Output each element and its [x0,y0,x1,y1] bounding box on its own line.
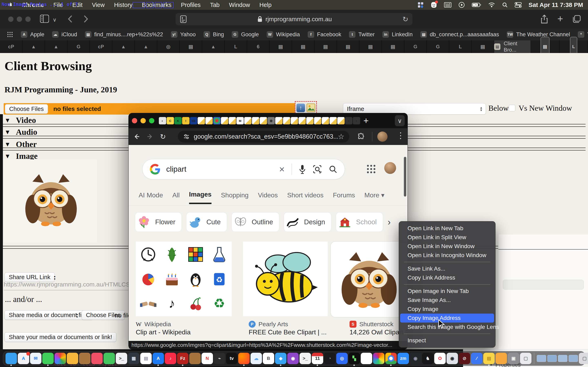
browser-tab[interactable]: cP [90,40,112,53]
browser-tab[interactable]: ▲ [22,40,45,53]
chip-school[interactable]: School [336,212,383,232]
chrome-mini-tab[interactable] [221,117,228,124]
minimized-window-thumb-minimized-window[interactable] [547,355,557,362]
browser-tab[interactable]: G [404,40,427,53]
browser-tab[interactable]: cP [0,40,22,53]
dock-app-icon-draw[interactable]: ∕ [471,353,483,364]
search-icon[interactable] [329,165,337,174]
dock-app-icon-mail[interactable]: ✉ [30,353,42,364]
dock-app-icon-blue-app[interactable]: ◎ [336,353,348,364]
chrome-mini-tab[interactable]: ◗ [353,117,360,124]
tab-search-chevron[interactable]: ∨ [395,115,405,126]
bookmark-item[interactable]: G Google [232,31,259,38]
chrome-mini-tab[interactable]: C [167,117,174,124]
chrome-mini-tab[interactable] [314,117,321,124]
share-icon[interactable] [541,15,548,24]
result-image-owl[interactable] [330,241,407,317]
chip-outline[interactable]: Outline [232,212,279,232]
dock-app-icon-document[interactable]: ▤ [140,353,152,364]
chrome-address-bar[interactable]: google.com/search?sca_esv=5e9bb948607cc7… [178,131,349,142]
chip-flower[interactable]: Flower [135,212,182,232]
browser-tab[interactable]: ▤ [180,40,202,53]
choose-files-button[interactable]: Choose Files [5,104,48,114]
sidebar-chevron-icon[interactable]: ∨ [53,17,57,23]
chrome-mini-tab[interactable] [337,117,345,124]
bookmark-item[interactable]: ▤ db_connect.p...aaasaaafaas [420,31,499,38]
share-submit-button[interactable]: Share your media or documents or link! [4,332,116,342]
new-tab-icon[interactable]: + [363,116,369,126]
dock-app-icon-pages[interactable] [361,353,372,364]
devtools-filter-input[interactable] [503,280,584,290]
chrome-mini-tab[interactable]: K [174,117,182,124]
tab-overview-icon[interactable] [572,15,581,23]
dock-app-icon-chess[interactable]: ♞ [422,353,433,364]
chrome-mini-tab[interactable] [283,117,290,124]
section-audio[interactable]: ▼Audio [4,127,37,137]
context-menu-item[interactable]: Open Image in New Tab [400,287,494,296]
close-button[interactable] [8,17,13,22]
chip-design[interactable]: Design [284,212,331,232]
minimize-button[interactable] [17,17,22,22]
result-source[interactable]: SShutterstock [350,321,393,328]
results-tab[interactable]: AI Mode [139,192,163,203]
dock-app-icon-folder-brown[interactable] [189,353,201,364]
apps-grid-icon[interactable] [366,164,376,174]
dock-app-icon-apple-tv[interactable]: tv [226,353,237,364]
minimized-window-thumb-minimized-window[interactable] [569,355,578,362]
browser-tab[interactable]: ▤ [337,40,359,53]
menu-bar-item[interactable]: Window [229,2,250,8]
trash-icon[interactable]: ▢ [579,353,588,364]
chrome-mini-tab[interactable] [244,117,251,124]
share-media-button[interactable]: Share media or document files [4,310,93,320]
bookmark-item[interactable]: A Apple [21,31,44,38]
context-menu-item[interactable]: Save Image As... [400,296,494,305]
results-tab[interactable]: Images [189,191,212,204]
context-menu-item[interactable]: Open Link in Incognito Window [400,251,494,260]
browser-tab[interactable]: ◎ [157,40,180,53]
kebab-menu-icon[interactable]: ⋮ [397,131,405,140]
dock-app-icon-chrome[interactable] [385,353,397,364]
minimize-button[interactable] [140,118,146,123]
clear-icon[interactable]: × [279,164,285,175]
dock-app-icon-messages[interactable] [42,353,54,364]
browser-tab[interactable]: ▲ [202,40,225,53]
back-icon[interactable] [67,15,73,23]
dock-app-icon-zoom[interactable]: zm [398,353,409,364]
lens-icon[interactable] [313,165,322,174]
browser-tab[interactable]: ▤ [531,40,559,53]
menu-bar-item[interactable]: Help [259,2,272,8]
dock-app-icon-palette[interactable] [373,353,384,364]
browser-tab[interactable]: ▤ [472,40,494,53]
bookmark-item[interactable]: W Wikipedia [267,31,300,38]
back-icon[interactable] [130,133,143,140]
result-image-bee[interactable] [243,242,328,316]
dock-app-icon-firefox[interactable] [238,353,250,364]
share-url-input[interactable]: https://www.rjmprogramming.com.au/HTMLCS… [4,281,130,290]
bookmark-item[interactable]: ☁ iCloud [52,31,77,38]
menu-bar-item[interactable]: History [114,2,132,8]
mic-icon[interactable] [299,165,306,174]
context-menu-item[interactable]: Save Link As... [400,264,494,273]
chrome-mini-tab[interactable]: ◖ [345,117,352,124]
dock-app-icon-news[interactable]: N [201,353,213,364]
zoom-button[interactable] [149,118,154,123]
results-tab[interactable]: Videos [258,192,278,203]
browser-tab[interactable]: 6 [247,40,269,53]
dock-app-icon-blocked[interactable]: ⊘ [459,353,470,364]
bookmark-item[interactable]: in LinkedIn [382,31,413,38]
results-tab[interactable]: Shopping [221,192,249,203]
dock-app-icon-watch[interactable]: ◔ [324,353,336,364]
vs-new-window-checkbox[interactable] [509,105,515,111]
chip-cute[interactable]: Cute [186,212,227,232]
dock-app-icon-notes[interactable] [79,353,90,364]
reload-icon[interactable]: ↻ [403,15,408,23]
dock-app-icon-window-gray[interactable]: ▣ [508,353,519,364]
forward-icon[interactable] [83,15,89,23]
chrome-mini-tab[interactable] [306,117,314,124]
browser-tab[interactable]: ▲ [112,40,135,53]
context-menu-item[interactable]: Open Link in New Tab [400,224,494,233]
context-menu-item[interactable]: Open Link in New Window [400,242,494,251]
dock-app-icon-finder[interactable] [6,353,17,364]
browser-tab[interactable]: ▤ [382,40,404,53]
dock-app-icon-icloud[interactable]: ☁ [251,353,262,364]
